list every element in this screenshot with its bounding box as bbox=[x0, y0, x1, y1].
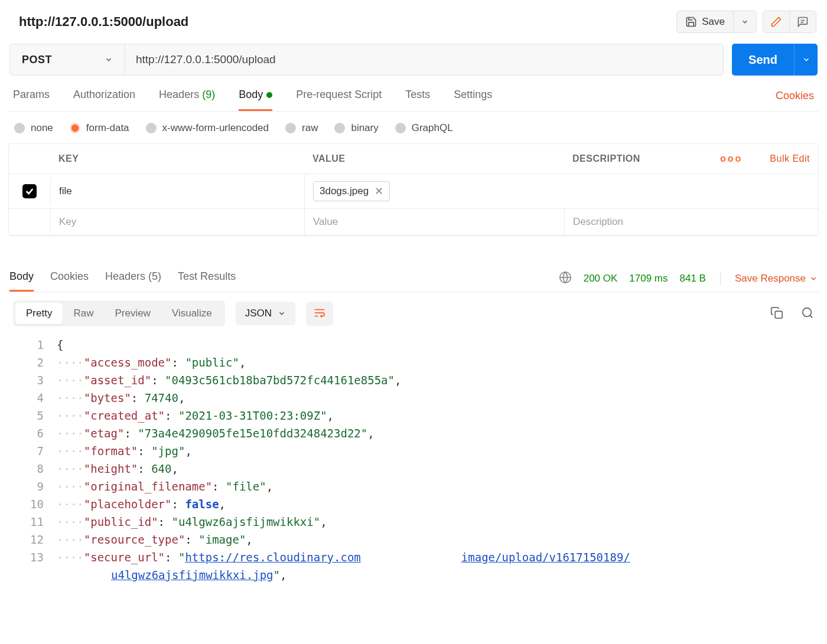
more-columns-button[interactable]: ooo bbox=[712, 144, 747, 174]
radio-icon bbox=[285, 123, 296, 133]
form-data-table: KEY VALUE DESCRIPTION ooo Bulk Edit file… bbox=[8, 143, 819, 236]
key-placeholder[interactable]: Key bbox=[50, 209, 304, 235]
send-label: Send bbox=[748, 53, 777, 67]
request-header: http://127.0.0.1:5000/upload Save bbox=[8, 0, 819, 44]
save-button-group: Save bbox=[676, 11, 757, 33]
response-tab-headers[interactable]: Headers (5) bbox=[105, 270, 161, 292]
save-response-button[interactable]: Save Response bbox=[735, 273, 818, 285]
method-url-bar: POST bbox=[9, 44, 724, 76]
wrap-icon bbox=[313, 306, 326, 319]
search-button[interactable] bbox=[797, 303, 818, 325]
svg-rect-6 bbox=[775, 311, 782, 318]
send-button-group: Send bbox=[732, 44, 818, 76]
table-header: KEY VALUE DESCRIPTION ooo Bulk Edit bbox=[9, 144, 818, 174]
url-row: POST Send bbox=[8, 44, 819, 76]
tab-params[interactable]: Params bbox=[13, 89, 50, 111]
value-placeholder[interactable]: Value bbox=[304, 209, 564, 235]
view-mode-pretty[interactable]: Pretty bbox=[15, 303, 63, 324]
url-input[interactable] bbox=[125, 44, 723, 75]
method-select[interactable]: POST bbox=[10, 44, 125, 75]
bulk-edit-button[interactable]: Bulk Edit bbox=[747, 144, 818, 174]
body-type-GraphQL[interactable]: GraphQL bbox=[395, 122, 453, 134]
search-icon bbox=[801, 306, 814, 319]
tab-body[interactable]: Body bbox=[239, 89, 272, 111]
view-mode-visualize[interactable]: Visualize bbox=[161, 303, 223, 324]
value-cell[interactable]: 3dogs.jpeg ✕ bbox=[304, 174, 818, 208]
send-button[interactable]: Send bbox=[732, 44, 794, 76]
key-cell[interactable]: file bbox=[50, 178, 304, 204]
tab-pre-request-script[interactable]: Pre-request Script bbox=[296, 89, 382, 111]
copy-icon bbox=[770, 306, 783, 319]
svg-point-7 bbox=[803, 308, 812, 316]
line-gutter: 12345678910111213 bbox=[8, 336, 57, 584]
save-button[interactable]: Save bbox=[677, 11, 733, 32]
json-viewer: 12345678910111213 {····"access_mode": "p… bbox=[8, 332, 819, 590]
svg-line-8 bbox=[810, 315, 812, 318]
response-size: 841 B bbox=[680, 273, 706, 285]
wrap-lines-button[interactable] bbox=[306, 302, 333, 326]
save-label: Save bbox=[702, 16, 725, 28]
row-enable-checkbox[interactable] bbox=[22, 184, 37, 198]
request-tabs: ParamsAuthorizationHeaders (9)BodyPre-re… bbox=[8, 76, 819, 112]
radio-icon bbox=[146, 123, 157, 133]
response-tab-test-results[interactable]: Test Results bbox=[178, 270, 236, 292]
format-value: JSON bbox=[245, 308, 272, 319]
body-type-form-data[interactable]: form-data bbox=[70, 122, 129, 134]
tab-tests[interactable]: Tests bbox=[405, 89, 430, 111]
check-icon bbox=[25, 187, 34, 196]
tab-authorization[interactable]: Authorization bbox=[73, 89, 135, 111]
request-name: http://127.0.0.1:5000/upload bbox=[19, 14, 188, 30]
table-row-placeholder: Key Value Description bbox=[9, 209, 818, 236]
body-type-radios: noneform-datax-www-form-urlencodedrawbin… bbox=[8, 112, 819, 143]
response-meta: 200 OK 1709 ms 841 B Save Response bbox=[559, 271, 818, 292]
file-name: 3dogs.jpeg bbox=[320, 185, 369, 197]
header-actions: Save bbox=[676, 11, 816, 33]
response-section: BodyCookiesHeaders (5)Test Results 200 O… bbox=[8, 270, 819, 590]
pencil-icon bbox=[770, 16, 782, 28]
format-select[interactable]: JSON bbox=[236, 302, 295, 325]
radio-icon bbox=[334, 123, 345, 133]
response-tabs: BodyCookiesHeaders (5)Test Results 200 O… bbox=[8, 270, 819, 292]
radio-icon bbox=[395, 123, 406, 133]
edit-button[interactable] bbox=[763, 11, 789, 32]
body-type-binary[interactable]: binary bbox=[334, 122, 378, 134]
code-area[interactable]: {····"access_mode": "public",····"asset_… bbox=[57, 336, 819, 584]
chevron-down-icon bbox=[802, 55, 810, 64]
response-tab-cookies[interactable]: Cookies bbox=[50, 270, 89, 292]
col-value: VALUE bbox=[304, 144, 564, 174]
col-description: DESCRIPTION bbox=[564, 144, 712, 174]
response-tab-body[interactable]: Body bbox=[9, 270, 34, 292]
view-mode-preview[interactable]: Preview bbox=[104, 303, 161, 324]
globe-icon[interactable] bbox=[559, 271, 572, 287]
remove-file-button[interactable]: ✕ bbox=[375, 185, 383, 198]
save-dropdown-button[interactable] bbox=[733, 11, 756, 32]
table-row: file 3dogs.jpeg ✕ bbox=[9, 174, 818, 209]
viewer-mode-segments: PrettyRawPreviewVisualize bbox=[13, 300, 225, 326]
radio-icon bbox=[70, 123, 80, 133]
comment-icon bbox=[797, 16, 809, 28]
send-dropdown-button[interactable] bbox=[794, 44, 818, 76]
copy-button[interactable] bbox=[767, 303, 787, 325]
status-code: 200 OK bbox=[584, 273, 618, 285]
modified-dot-icon bbox=[266, 92, 272, 98]
body-type-raw[interactable]: raw bbox=[285, 122, 318, 134]
tab-headers[interactable]: Headers (9) bbox=[159, 89, 215, 111]
description-placeholder[interactable]: Description bbox=[564, 209, 818, 235]
chevron-down-icon bbox=[105, 55, 113, 64]
viewer-toolbar: PrettyRawPreviewVisualize JSON bbox=[8, 292, 819, 332]
response-time: 1709 ms bbox=[629, 273, 668, 285]
chevron-down-icon bbox=[809, 274, 818, 283]
body-type-none[interactable]: none bbox=[14, 122, 53, 134]
chevron-down-icon bbox=[278, 309, 286, 318]
tab-settings[interactable]: Settings bbox=[454, 89, 492, 111]
chevron-down-icon bbox=[741, 18, 749, 26]
radio-icon bbox=[14, 123, 25, 133]
cookies-link[interactable]: Cookies bbox=[776, 90, 814, 110]
body-type-x-www-form-urlencoded[interactable]: x-www-form-urlencoded bbox=[146, 122, 269, 134]
view-mode-raw[interactable]: Raw bbox=[63, 303, 104, 324]
file-chip: 3dogs.jpeg ✕ bbox=[313, 181, 390, 201]
method-value: POST bbox=[22, 54, 52, 66]
extra-actions-group bbox=[763, 11, 816, 33]
save-icon bbox=[685, 16, 697, 28]
comment-button[interactable] bbox=[789, 11, 816, 32]
